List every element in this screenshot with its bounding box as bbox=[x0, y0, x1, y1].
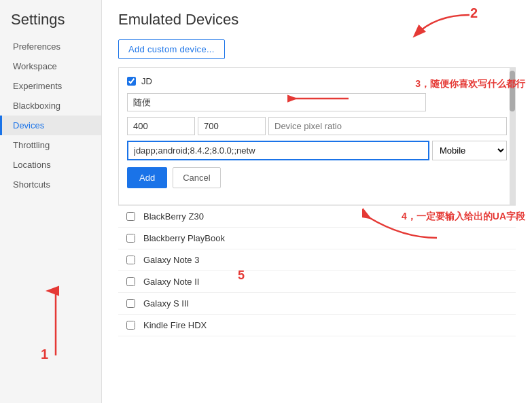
sidebar-item-blackboxing[interactable]: Blackboxing bbox=[0, 96, 101, 116]
device-checkbox[interactable] bbox=[126, 299, 135, 308]
sidebar-item-workspace[interactable]: Workspace bbox=[0, 56, 101, 76]
scrollbar-thumb[interactable] bbox=[510, 71, 515, 111]
sidebar-item-experiments[interactable]: Experiments bbox=[0, 76, 101, 96]
sidebar-item-devices[interactable]: Devices bbox=[0, 116, 101, 135]
device-checkbox[interactable] bbox=[126, 212, 135, 221]
device-name-field-row bbox=[127, 93, 507, 111]
device-pixel-ratio-input[interactable] bbox=[268, 117, 507, 135]
sidebar-item-preferences[interactable]: Preferences bbox=[0, 37, 101, 56]
page-title: Emulated Devices bbox=[118, 11, 516, 29]
list-item[interactable]: Kindle Fire HDX bbox=[118, 315, 516, 336]
sidebar-item-throttling[interactable]: Throttling bbox=[0, 135, 101, 155]
list-item[interactable]: Galaxy S III bbox=[118, 293, 516, 315]
sidebar-item-locations[interactable]: Locations bbox=[0, 155, 101, 175]
list-item[interactable]: Galaxy Note 3 bbox=[118, 249, 516, 271]
ua-string-input[interactable] bbox=[127, 141, 429, 160]
main-content: Emulated Devices Add custom device... JD… bbox=[102, 0, 532, 403]
sidebar: Settings Preferences Workspace Experimen… bbox=[0, 0, 102, 403]
device-enabled-label: JD bbox=[141, 76, 152, 86]
add-custom-device-button[interactable]: Add custom device... bbox=[118, 39, 225, 59]
device-checkbox[interactable] bbox=[126, 277, 135, 286]
device-enabled-checkbox[interactable] bbox=[127, 77, 136, 86]
device-type-select[interactable]: Mobile Desktop Tablet bbox=[432, 141, 507, 160]
list-item[interactable]: Blackberry PlayBook bbox=[118, 228, 516, 249]
device-name-input[interactable] bbox=[127, 93, 426, 111]
list-item[interactable]: Galaxy Note II bbox=[118, 271, 516, 293]
device-width-input[interactable] bbox=[127, 117, 195, 135]
device-enabled-row: JD bbox=[127, 76, 507, 86]
cancel-button[interactable]: Cancel bbox=[173, 167, 220, 188]
device-checkbox[interactable] bbox=[126, 321, 135, 330]
ua-row: Mobile Desktop Tablet bbox=[127, 141, 507, 160]
scrollbar-track[interactable] bbox=[510, 68, 515, 205]
device-checkbox[interactable] bbox=[126, 234, 135, 243]
device-height-input[interactable] bbox=[198, 117, 266, 135]
dimensions-row bbox=[127, 117, 507, 135]
list-item[interactable]: BlackBerry Z30 bbox=[118, 206, 516, 228]
device-form: JD Mobile Desktop Tablet Add Cancel bbox=[118, 67, 516, 205]
device-checkbox[interactable] bbox=[126, 256, 135, 264]
sidebar-item-shortcuts[interactable]: Shortcuts bbox=[0, 175, 101, 194]
settings-title: Settings bbox=[0, 5, 101, 37]
action-buttons-row: Add Cancel bbox=[127, 167, 507, 188]
add-button[interactable]: Add bbox=[127, 167, 167, 188]
device-list: BlackBerry Z30 Blackberry PlayBook Galax… bbox=[118, 205, 516, 336]
